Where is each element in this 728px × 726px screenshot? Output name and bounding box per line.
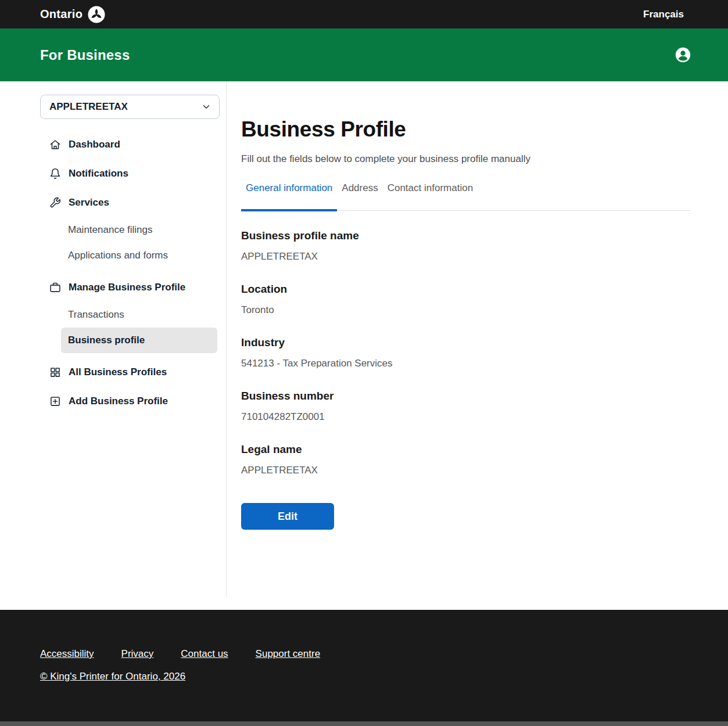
field-business-profile-name: Business profile name APPLETREETAX [241, 229, 691, 263]
main-panel: Business Profile Fill out the fields bel… [227, 81, 728, 610]
sidebar-item-label: Business profile [68, 335, 145, 346]
sidebar-nav: Dashboard Notifications Services [40, 130, 219, 416]
trillium-icon [88, 6, 105, 23]
sidebar-item-label: Add Business Profile [69, 396, 168, 407]
field-value: Toronto [241, 304, 691, 316]
plus-square-icon [49, 396, 61, 407]
sidebar-item-manage-business-profile[interactable]: Manage Business Profile [40, 273, 219, 302]
app-bar: For Business [0, 28, 728, 81]
content-row: APPLETREETAX Dashboard [0, 81, 728, 610]
app-title: For Business [40, 47, 130, 63]
sidebar: APPLETREETAX Dashboard [0, 81, 227, 597]
sidebar-item-maintenance-filings[interactable]: Maintenance filings [40, 217, 219, 243]
top-bar: Ontario Français [0, 0, 728, 28]
field-label: Location [241, 283, 691, 296]
footer: Accessibility Privacy Contact us Support… [0, 610, 728, 721]
field-value: APPLETREETAX [241, 465, 691, 476]
field-value: APPLETREETAX [241, 251, 691, 263]
ontario-wordmark: Ontario [40, 8, 83, 21]
business-selector[interactable]: APPLETREETAX [40, 95, 220, 119]
footer-link-accessibility[interactable]: Accessibility [40, 648, 94, 660]
field-business-number: Business number 710104282TZ0001 [241, 390, 691, 423]
sidebar-item-label: All Business Profiles [69, 366, 167, 378]
sidebar-item-add-business-profile[interactable]: Add Business Profile [40, 387, 219, 416]
profile-fields: Business profile name APPLETREETAX Locat… [241, 229, 691, 476]
copyright-link[interactable]: © King's Printer for Ontario, 2026 [40, 671, 185, 682]
briefcase-icon [49, 282, 61, 293]
sidebar-item-label: Dashboard [69, 139, 120, 150]
grid-icon [49, 366, 61, 378]
sidebar-item-all-business-profiles[interactable]: All Business Profiles [40, 358, 219, 387]
footer-links: Accessibility Privacy Contact us Support… [40, 648, 728, 660]
sidebar-item-label: Transactions [68, 309, 124, 320]
language-toggle-link[interactable]: Français [643, 9, 684, 20]
sidebar-item-dashboard[interactable]: Dashboard [40, 130, 219, 159]
account-button[interactable] [675, 47, 691, 63]
page-subtitle: Fill out the fields below to complete yo… [241, 153, 691, 165]
sidebar-item-label: Applications and forms [68, 250, 168, 261]
copyright-row: © King's Printer for Ontario, 2026 [40, 671, 728, 682]
field-value: 710104282TZ0001 [241, 411, 691, 423]
page-title: Business Profile [241, 117, 691, 142]
field-location: Location Toronto [241, 283, 691, 316]
sidebar-item-services[interactable]: Services [40, 188, 219, 217]
field-industry: Industry 541213 - Tax Preparation Servic… [241, 336, 691, 369]
field-label: Business number [241, 390, 691, 402]
tab-general-information[interactable]: General information [241, 182, 337, 210]
sidebar-item-label: Manage Business Profile [69, 282, 185, 293]
field-label: Industry [241, 336, 691, 349]
tab-bar: General information Address Contact info… [241, 182, 691, 211]
wrench-icon [49, 197, 61, 209]
sidebar-item-label: Notifications [69, 168, 128, 179]
ontario-logo: Ontario [40, 6, 105, 23]
tab-contact-information[interactable]: Contact information [383, 182, 478, 210]
footer-link-privacy[interactable]: Privacy [121, 648, 154, 660]
field-value: 541213 - Tax Preparation Services [241, 358, 691, 369]
account-icon [675, 56, 691, 64]
edit-button[interactable]: Edit [241, 503, 334, 530]
sidebar-item-label: Maintenance filings [68, 224, 153, 235]
field-legal-name: Legal name APPLETREETAX [241, 443, 691, 476]
home-icon [49, 139, 61, 150]
footer-link-support-centre[interactable]: Support centre [256, 648, 321, 660]
sidebar-item-label: Services [69, 197, 109, 209]
field-label: Legal name [241, 443, 691, 456]
horizontal-scrollbar[interactable] [0, 721, 728, 726]
bell-icon [49, 168, 61, 179]
footer-link-contact-us[interactable]: Contact us [181, 648, 228, 660]
sidebar-item-applications-and-forms[interactable]: Applications and forms [40, 243, 219, 268]
sidebar-item-business-profile[interactable]: Business profile [61, 328, 217, 353]
sidebar-item-transactions[interactable]: Transactions [40, 302, 219, 328]
field-label: Business profile name [241, 229, 691, 242]
tab-address[interactable]: Address [337, 182, 382, 210]
chevron-down-icon [201, 102, 211, 112]
sidebar-item-notifications[interactable]: Notifications [40, 159, 219, 188]
business-selector-label: APPLETREETAX [49, 101, 128, 113]
